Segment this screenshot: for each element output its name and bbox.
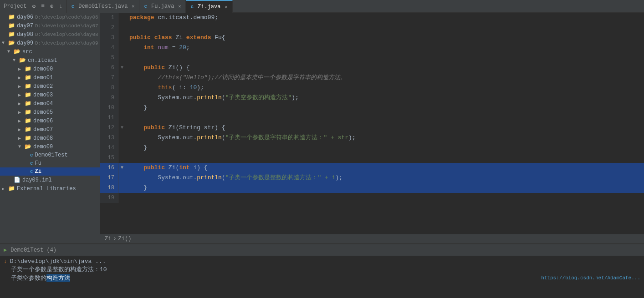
sidebar-item-day06[interactable]: 📁 day06 D:\develop\code\day06 [0,13,100,21]
sidebar-label-demo08: demo08 [33,135,53,141]
line-num-7: 7 [100,73,118,83]
code-content-18[interactable]: } [126,183,644,193]
toolbar-icon-expand[interactable]: ⊕ [48,2,56,11]
sidebar: 📁 day06 D:\develop\code\day06 📁 day07 D:… [0,13,100,243]
code-content-19[interactable] [126,193,644,203]
code-content-1[interactable]: package cn.itcast.demo09; [126,13,644,23]
tab-demo01test[interactable]: c Demo01Test.java ✕ [67,0,140,13]
code-content-13[interactable]: System.out.println("子类一个参数是字符串的构造方法：" + … [126,133,644,143]
toolbar-icon-menu[interactable]: ≡ [39,2,46,10]
line-num-19: 19 [100,193,118,203]
code-line-13: 13 System.out.println("子类一个参数是字符串的构造方法："… [100,133,644,143]
code-line-6: 6 ▼ public Zi() { [100,63,644,73]
code-editor[interactable]: 1 package cn.itcast.demo09; 2 3 public c… [100,13,644,234]
run-icon: ▶ [4,247,7,253]
sidebar-item-demo03[interactable]: ▶ 📁 demo03 [0,91,100,99]
tab-fu[interactable]: c Fu.java ✕ [139,0,186,13]
sidebar-item-cnitcast[interactable]: ▼ 📂 cn.itcast [0,56,100,65]
bottom-url[interactable]: https://blog.csdn.net/AdamCafe... [541,275,640,281]
line-num-9: 9 [100,93,118,103]
sidebar-item-demo05[interactable]: ▶ 📁 demo05 [0,108,100,116]
code-content-6[interactable]: public Zi() { [126,63,644,73]
sidebar-item-demo04[interactable]: ▶ 📁 demo04 [0,99,100,108]
toolbar-icon-settings[interactable]: ⚙ [30,2,37,11]
folder-icon-day07: 📁 [8,22,15,29]
code-line-14: 14 } [100,143,644,153]
folder-icon-day06: 📁 [8,14,15,20]
tab-zi[interactable]: c Zi.java ✕ [186,0,232,13]
code-content-7[interactable]: //this("Hello");//访问的是本类中一个参数是字符串的构造方法。 [126,73,644,83]
bottom-row-out1: 子类一个参数是整数的构造方法：10 [4,265,640,273]
code-content-8[interactable]: this( i: 10); [126,83,644,93]
sidebar-item-Fu[interactable]: c Fu [0,159,100,167]
sidebar-item-src[interactable]: ▼ 📂 src [0,47,100,56]
code-content-10[interactable]: } [126,103,644,113]
tab-close-demo01test[interactable]: ✕ [132,4,134,9]
fold-12[interactable]: ▼ [118,123,126,133]
toolbar-icons: Project ⚙ ≡ ⊕ ↓ [0,0,67,13]
main-area: 📁 day06 D:\develop\code\day06 📁 day07 D:… [0,13,644,243]
code-content-5[interactable] [126,53,644,63]
sidebar-item-day09[interactable]: ▼ 📂 day09 D:\develop\code\day09 [0,39,100,47]
sidebar-item-day08[interactable]: 📁 day08 D:\develop\code\day08 [0,30,100,39]
sidebar-item-demo02[interactable]: ▶ 📁 demo02 [0,82,100,91]
sidebar-item-demo06[interactable]: ▶ 📁 demo06 [0,116,100,125]
sidebar-label-extlibs: External Libraries [17,186,76,192]
sidebar-item-demo08[interactable]: ▶ 📁 demo08 [0,134,100,142]
editor-area: 1 package cn.itcast.demo09; 2 3 public c… [100,13,644,243]
code-line-15: 15 [100,153,644,163]
sidebar-item-extlibs[interactable]: ▶ 📁 External Libraries [0,184,100,193]
breadcrumb: Zi › Zi() [100,234,644,243]
line-num-5: 5 [100,53,118,63]
code-line-5: 5 [100,53,644,63]
sidebar-item-demo09[interactable]: ▼ 📂 demo09 [0,142,100,151]
sidebar-item-day09iml[interactable]: 📄 day09.iml [0,176,100,184]
toolbar-icon-collapse[interactable]: ↓ [57,2,65,10]
code-content-2[interactable] [126,23,644,33]
code-content-15[interactable] [126,153,644,163]
arrow-cnitcast: ▼ [13,58,18,63]
code-content-9[interactable]: System.out.println("子类空参数的构造方法"); [126,93,644,103]
arrow-extlibs: ▶ [2,186,7,192]
file-icon-Demo01Test: c [30,152,33,158]
tab-close-fu[interactable]: ✕ [178,4,181,9]
code-content-17[interactable]: System.out.println("子类一个参数是整数的构造方法：" + i… [126,173,644,183]
code-content-4[interactable]: int num = 20; [126,43,644,53]
folder-icon-demo00: 📁 [25,66,31,72]
line-num-11: 11 [100,113,118,123]
sidebar-item-day07[interactable]: 📁 day07 D:\develop\code\day07 [0,21,100,30]
code-line-7: 7 //this("Hello");//访问的是本类中一个参数是字符串的构造方法… [100,73,644,83]
tab-icon-zi: c [190,4,194,10]
code-content-3[interactable]: public class Zi extends Fu{ [126,33,644,43]
sidebar-item-Demo01Test[interactable]: c Demo01Test [0,151,100,159]
sidebar-label-demo03: demo03 [33,92,53,98]
code-content-14[interactable]: } [126,143,644,153]
folder-icon-day08: 📁 [8,31,15,38]
code-content-12[interactable]: public Zi(String str) { [126,123,644,133]
arrow-demo01: ▶ [18,75,24,81]
sidebar-item-Zi[interactable]: c Zi [0,167,100,176]
sidebar-item-demo00[interactable]: ▶ 📁 demo00 [0,65,100,73]
arrow-demo09: ▼ [18,144,24,149]
code-content-11[interactable] [126,113,644,123]
line-num-16: 16 [100,163,118,173]
sidebar-item-demo07[interactable]: ▶ 📁 demo07 [0,125,100,134]
fold-6[interactable]: ▼ [118,63,126,73]
bottom-row-cmd: ↓ D:\develop\jdk\bin\java ... [4,258,640,265]
folder-icon-cnitcast: 📂 [19,57,26,64]
tab-close-zi[interactable]: ✕ [225,4,227,10]
fold-10 [118,103,126,113]
bottom-panel-tab-label[interactable]: Demo01Test (4) [10,247,56,253]
fold-16[interactable]: ▼ [118,163,126,173]
bottom-line-out2-prefix: 子类空参数的 [11,274,46,282]
sidebar-item-demo01[interactable]: ▶ 📁 demo01 [0,73,100,82]
line-num-12: 12 [100,123,118,133]
folder-icon-demo02: 📁 [25,83,31,90]
project-label: Project [2,3,28,10]
fold-9 [118,93,126,103]
code-content-16[interactable]: public Zi(int i) { [126,163,644,173]
fold-2 [118,23,126,33]
folder-icon-src: 📂 [14,48,20,55]
tab-bar: Project ⚙ ≡ ⊕ ↓ c Demo01Test.java ✕ c Fu… [0,0,644,13]
sidebar-label-day08: day08 [17,31,33,38]
